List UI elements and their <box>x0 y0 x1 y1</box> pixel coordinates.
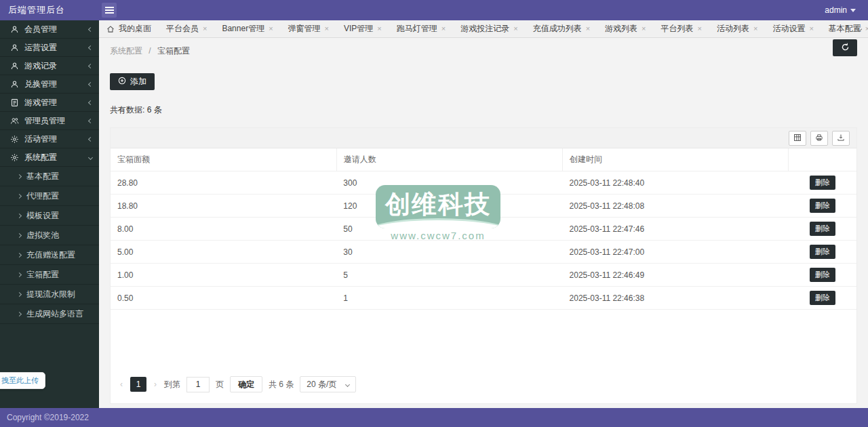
user-menu[interactable]: admin <box>825 5 856 15</box>
sidebar-subitem[interactable]: 提现流水限制 <box>0 285 99 304</box>
breadcrumb-parent[interactable]: 系统配置 <box>110 46 142 56</box>
close-icon[interactable]: × <box>203 25 207 33</box>
tab-item[interactable]: 跑马灯管理 × <box>389 20 453 37</box>
chevron-icon <box>88 155 93 159</box>
sidebar-item[interactable]: 游戏管理 <box>0 94 99 112</box>
tab-label: 活动列表 <box>717 23 749 35</box>
col-header-created: 创建时间 <box>563 148 789 171</box>
data-table: 宝箱面额 邀请人数 创建时间 28.80 300 2025-03-11 22:4… <box>111 148 856 309</box>
next-page-button[interactable]: › <box>153 380 158 389</box>
chevron-icon <box>88 100 93 104</box>
tab-label: 弹窗管理 <box>288 23 321 35</box>
chevron-right-icon <box>17 311 22 316</box>
sidebar-item[interactable]: 活动管理 <box>0 130 99 148</box>
refresh-button[interactable] <box>833 39 857 56</box>
col-header-invites: 邀请人数 <box>336 148 562 171</box>
cell-amount: 0.50 <box>111 287 336 310</box>
table-empty-space <box>111 309 856 370</box>
print-button[interactable] <box>810 131 828 146</box>
hamburger-icon <box>105 9 114 11</box>
user-icon <box>9 43 19 52</box>
cell-created: 2025-03-11 22:46:49 <box>563 264 789 287</box>
cell-invites: 50 <box>336 218 562 241</box>
cell-created: 2025-03-11 22:48:40 <box>563 171 789 195</box>
close-icon[interactable]: × <box>269 25 273 33</box>
sidebar-subitem-label: 生成网站多语言 <box>26 308 83 320</box>
copyright-text: Copyright ©2019-2022 <box>7 413 89 422</box>
tab-item[interactable]: VIP管理 × <box>336 20 389 37</box>
tab-item[interactable]: 平台列表 × <box>654 20 709 37</box>
delete-button[interactable]: 删除 <box>810 222 835 236</box>
close-icon[interactable]: × <box>513 25 517 33</box>
prev-page-button[interactable]: ‹ <box>119 380 124 389</box>
page-size-value: 20 条/页 <box>307 379 336 390</box>
sidebar-subitem[interactable]: 模板设置 <box>0 206 99 226</box>
sidebar-item[interactable]: 兑换管理 <box>0 75 99 94</box>
tab-item[interactable]: 弹窗管理 × <box>281 20 336 37</box>
table-row: 18.80 120 2025-03-11 22:48:08 删除 <box>111 195 856 218</box>
close-icon[interactable]: × <box>753 25 757 33</box>
sidebar-item-label: 运营设置 <box>24 42 83 54</box>
sidebar-subitem[interactable]: 生成网站多语言 <box>0 304 99 324</box>
delete-button[interactable]: 删除 <box>810 268 835 282</box>
sidebar-item[interactable]: 运营设置 <box>0 39 99 57</box>
sidebar-subitem-label: 宝箱配置 <box>26 269 59 281</box>
printer-icon <box>815 132 823 144</box>
tab-item[interactable]: 游戏投注记录 × <box>453 20 525 37</box>
table-header-row: 宝箱面额 邀请人数 创建时间 <box>111 148 856 171</box>
add-button[interactable]: 添加 <box>110 73 155 90</box>
export-button[interactable] <box>832 131 850 146</box>
sidebar-subitem-label: 基本配置 <box>26 171 59 182</box>
tab-item[interactable]: 活动列表 × <box>709 20 765 37</box>
jump-confirm-button[interactable]: 确定 <box>230 376 262 392</box>
sidebar-item[interactable]: 游戏记录 <box>0 57 99 75</box>
tab-label: 游戏列表 <box>605 23 637 35</box>
cell-ops: 删除 <box>789 287 856 310</box>
tab-item[interactable]: Banner管理 × <box>214 20 280 37</box>
close-icon[interactable]: × <box>642 25 646 33</box>
sidebar-subitem[interactable]: 基本配置 <box>0 167 99 186</box>
tab-home[interactable]: 我的桌面 <box>99 20 159 37</box>
sidebar-item[interactable]: 管理员管理 <box>0 112 99 130</box>
delete-button[interactable]: 删除 <box>810 245 835 259</box>
sidebar-subitem[interactable]: 代理配置 <box>0 186 99 206</box>
tab-item[interactable]: 活动设置 × <box>765 20 821 37</box>
tab-item[interactable]: 游戏列表 × <box>597 20 653 37</box>
sidebar-subitem[interactable]: 充值赠送配置 <box>0 245 99 265</box>
total-count-label: 共 6 条 <box>269 379 294 390</box>
cell-amount: 28.80 <box>111 171 336 195</box>
close-icon[interactable]: × <box>809 25 813 33</box>
drag-upload-hint[interactable]: 拽至此上传 <box>0 372 45 389</box>
close-icon[interactable]: × <box>441 25 446 33</box>
table-row: 28.80 300 2025-03-11 22:48:40 删除 <box>111 171 856 195</box>
cell-invites: 120 <box>336 195 562 218</box>
grid-icon <box>793 132 802 144</box>
current-page-button[interactable]: 1 <box>130 377 146 392</box>
close-icon[interactable]: × <box>586 25 590 33</box>
page-size-select[interactable]: 20 条/页 <box>300 376 356 392</box>
delete-button[interactable]: 删除 <box>810 291 835 305</box>
columns-filter-button[interactable] <box>789 131 806 146</box>
tab-item[interactable]: 充值成功列表 × <box>526 20 597 37</box>
tab-item[interactable]: 平台会员 × <box>159 20 214 37</box>
cell-created: 2025-03-11 22:47:00 <box>563 241 789 264</box>
page-jump-input[interactable] <box>186 377 210 392</box>
sidebar-item[interactable]: 会员管理 <box>0 20 99 39</box>
table-card: 宝箱面额 邀请人数 创建时间 28.80 300 2025-03-11 22:4… <box>110 127 857 404</box>
refresh-icon <box>841 43 850 54</box>
delete-button[interactable]: 删除 <box>810 176 835 190</box>
sidebar-item[interactable]: 系统配置 <box>0 148 99 167</box>
sidebar-subitem-label: 虚拟奖池 <box>26 230 59 241</box>
chevron-icon <box>88 45 93 49</box>
close-icon[interactable]: × <box>698 25 702 33</box>
close-icon[interactable]: × <box>377 25 381 33</box>
sidebar-subitem[interactable]: 虚拟奖池 <box>0 226 99 245</box>
cell-invites: 1 <box>336 287 562 310</box>
cell-ops: 删除 <box>789 264 856 287</box>
cell-ops: 删除 <box>789 241 856 264</box>
tab-overflow-button[interactable] <box>850 20 868 38</box>
close-icon[interactable]: × <box>325 25 329 33</box>
delete-button[interactable]: 删除 <box>810 199 835 213</box>
sidebar-subitem[interactable]: 宝箱配置 <box>0 265 99 285</box>
sidebar-toggle-button[interactable] <box>102 3 117 18</box>
